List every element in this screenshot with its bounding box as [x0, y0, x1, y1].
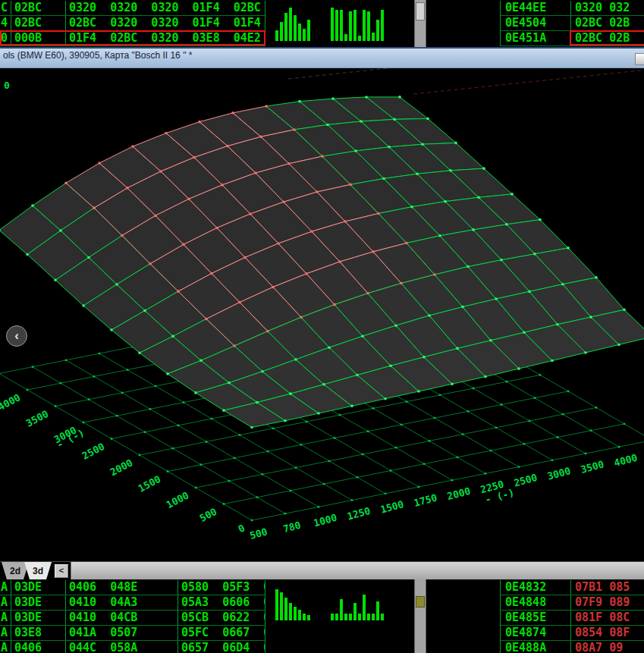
hex-values[interactable]: 07B1 085: [570, 580, 644, 595]
mesh-vertex-dot: [64, 181, 68, 184]
hex-address[interactable]: 0E4848: [501, 595, 570, 610]
hex-cell[interactable]: 0320 0320 0320 01F4 02BC: [65, 1, 265, 15]
hex-row[interactable]: 0E488A08A7 09: [501, 641, 644, 653]
axis-tick-label: 0: [236, 522, 247, 535]
mesh-vertex-dot: [59, 229, 62, 232]
mesh-vertex-dot: [539, 218, 542, 221]
plot-3d-view[interactable]: 0500100015002000250030003500400045005007…: [0, 68, 644, 561]
collapse-left-button[interactable]: ‹: [6, 325, 27, 347]
hex-cell[interactable]: 02BC 0320 0320 01F4 01F4: [65, 16, 265, 30]
hex-values[interactable]: 0854 08F: [570, 626, 644, 640]
floor-dot: [506, 381, 508, 383]
hex-address[interactable]: 0E485E: [501, 611, 570, 625]
hex-row[interactable]: A03DE0410 04A305A3 0606 06C7: [0, 595, 265, 611]
thumb-bar: [376, 601, 379, 620]
hex-row[interactable]: 0E483207B1 085: [501, 580, 644, 595]
hex-row[interactable]: 0E48740854 08F: [501, 626, 644, 641]
hex-row[interactable]: 0000B01F4 02BC 0320 03E8 04E2: [0, 31, 265, 46]
floor-dot: [149, 408, 152, 410]
mesh-vertex-dot: [354, 149, 357, 152]
hex-cell[interactable]: 0410 04A3: [65, 595, 177, 610]
hex-cell[interactable]: 0: [0, 31, 11, 46]
hex-row[interactable]: A03E8041A 050705FC 0667 073C: [0, 626, 265, 641]
scrollbar-thumb-top[interactable]: [416, 2, 425, 20]
hex-cell[interactable]: 01F4 02BC 0320 03E8 04E2: [65, 31, 265, 46]
hex-cell[interactable]: 044C 058A: [65, 641, 177, 653]
hex-cell[interactable]: 0657 06D4 0786: [177, 641, 265, 653]
tab-2d[interactable]: 2d: [2, 562, 29, 579]
scrollbar-bottom[interactable]: [414, 579, 426, 653]
hex-cell[interactable]: 05CB 0622 06E7: [177, 611, 265, 625]
hex-cell[interactable]: 03DE: [11, 595, 65, 610]
map-thumb-1-bottom[interactable]: [275, 586, 310, 620]
hex-cell[interactable]: A: [0, 611, 11, 625]
hex-cell[interactable]: A: [0, 641, 11, 653]
hex-cell[interactable]: 041A 0507: [65, 626, 177, 640]
hex-cell[interactable]: 02BC: [11, 1, 65, 15]
hex-cell[interactable]: 0580 05F3 06B3: [177, 580, 265, 595]
floor-dot: [490, 450, 492, 452]
thumb-bar: [280, 592, 283, 620]
hex-row[interactable]: A03DE0406 048E0580 05F3 06B3: [0, 580, 265, 595]
hex-values[interactable]: 081F 08C: [570, 611, 644, 625]
hex-cell[interactable]: 0406: [11, 641, 65, 653]
mesh-vertex-dot: [294, 358, 297, 361]
hex-cell[interactable]: 4: [0, 16, 11, 30]
floor-dot: [567, 391, 570, 393]
thumb-bar: [353, 10, 357, 41]
hex-cell[interactable]: C: [0, 1, 11, 15]
hex-cell[interactable]: 0406 048E: [65, 580, 177, 595]
hex-cell[interactable]: 0410 04CB: [65, 611, 177, 625]
hex-cell[interactable]: 000B: [11, 31, 65, 46]
hex-cell[interactable]: 03DE: [11, 611, 65, 625]
mesh-vertex-dot: [199, 359, 203, 363]
thumb-bar: [372, 33, 375, 42]
hex-cell[interactable]: 05FC 0667 073C: [177, 626, 265, 640]
hex-address[interactable]: 0E488A: [501, 641, 570, 653]
map-thumb-2-top[interactable]: [331, 6, 384, 41]
hex-address[interactable]: 0E451A: [501, 31, 570, 46]
hex-cell[interactable]: A: [0, 626, 11, 640]
hex-cell[interactable]: A: [0, 580, 11, 595]
hex-values[interactable]: 0320 032: [570, 1, 644, 15]
titlebar-button[interactable]: [635, 53, 644, 65]
scrollbar-thumb-bottom[interactable]: [416, 596, 425, 607]
hex-row[interactable]: A0406044C 058A0657 06D4 0786: [0, 641, 265, 653]
mesh-vertex-dot: [310, 230, 313, 233]
hex-row[interactable]: 402BC02BC 0320 0320 01F4 01F4: [0, 16, 265, 31]
hex-row[interactable]: 0E485E081F 08C: [501, 611, 644, 626]
hex-row[interactable]: 0E451A02BC 02B: [501, 31, 644, 46]
hex-address[interactable]: 0E44EE: [501, 1, 570, 15]
mesh-vertex-dot: [567, 246, 570, 250]
hex-values[interactable]: 02BC 02B: [570, 31, 644, 46]
hex-row[interactable]: 0E450402BC 02B: [501, 16, 644, 31]
thumb-bar: [331, 614, 334, 620]
thumb-bar: [275, 589, 278, 620]
scrollbar-top[interactable]: [414, 0, 426, 47]
map-thumb-1-top[interactable]: [275, 6, 310, 41]
hex-address[interactable]: 0E4874: [501, 626, 570, 640]
hex-row[interactable]: 0E484807F9 089: [501, 595, 644, 611]
mesh-vertex-dot: [228, 381, 231, 385]
floor-dot: [323, 483, 325, 485]
hex-row[interactable]: 0E44EE0320 032: [501, 1, 644, 16]
hex-address[interactable]: 0E4504: [501, 16, 570, 30]
floor-dot: [111, 438, 113, 440]
hex-values[interactable]: 02BC 02B: [570, 16, 644, 30]
hex-cell[interactable]: A: [0, 595, 11, 610]
tab-3d[interactable]: 3d: [24, 562, 52, 579]
hex-cell[interactable]: 02BC: [11, 16, 65, 30]
hex-cell[interactable]: 03E8: [11, 626, 65, 640]
map-thumb-2-bottom[interactable]: [331, 586, 384, 620]
window-titlebar[interactable]: ols (BMW E60), 390905, Карта "Bosch II 1…: [0, 47, 644, 68]
window-title: ols (BMW E60), 390905, Карта "Bosch II 1…: [3, 50, 192, 61]
hex-cell[interactable]: 05A3 0606 06C7: [177, 595, 265, 610]
hex-values[interactable]: 08A7 09: [570, 641, 644, 653]
hex-row[interactable]: A03DE0410 04CB05CB 0622 06E7: [0, 611, 265, 626]
tab-scroll-left-button[interactable]: <: [55, 564, 68, 578]
hex-values[interactable]: 07F9 089: [570, 595, 644, 610]
surface-plot[interactable]: 0500100015002000250030003500400045005007…: [0, 68, 644, 561]
hex-address[interactable]: 0E4832: [501, 580, 570, 595]
hex-row[interactable]: C02BC0320 0320 0320 01F4 02BC: [0, 1, 265, 16]
hex-cell[interactable]: 03DE: [11, 580, 65, 595]
